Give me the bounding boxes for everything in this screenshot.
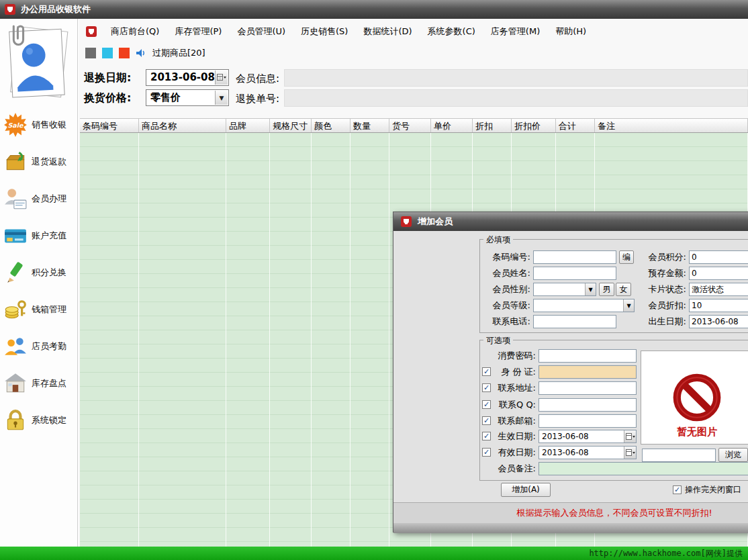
sidebar-item-label: 积分兑换 xyxy=(32,267,66,279)
level-dropdown-button[interactable]: ▼ xyxy=(623,299,634,312)
sidebar-item-cashbox-manage[interactable]: 钱箱管理 xyxy=(0,291,77,328)
menu-logo-icon xyxy=(85,26,97,38)
member-name-input[interactable] xyxy=(533,267,616,280)
dialog-hint-strip: 根据提示输入会员信息，不同会员可设置不同折扣! xyxy=(393,502,748,523)
col-header-item-no[interactable]: 货号 xyxy=(389,119,431,132)
add-member-button[interactable]: 增加(A) xyxy=(501,483,551,497)
gender-combobox[interactable]: ▼ xyxy=(533,283,596,296)
col-header-color[interactable]: 颜色 xyxy=(312,119,350,132)
menu-sales-history[interactable]: 历史销售(S) xyxy=(299,24,350,39)
col-header-remark[interactable]: 备注 xyxy=(595,119,748,132)
col-header-total[interactable]: 合计 xyxy=(556,119,595,132)
browse-button[interactable]: 浏览 xyxy=(718,448,748,462)
sidebar-item-staff-attendance[interactable]: 店员考勤 xyxy=(0,328,77,365)
close-after-label: 操作完关闭窗口 xyxy=(685,484,741,496)
sidebar-item-member-service[interactable]: 会员办理 xyxy=(0,180,77,217)
sidebar-item-label: 退货返款 xyxy=(32,156,66,168)
prestore-label: 预存金额: xyxy=(638,267,686,280)
menu-statistics[interactable]: 数据统计(D) xyxy=(361,24,414,39)
col-header-barcode[interactable]: 条码编号 xyxy=(80,119,139,132)
combo-dropdown-button[interactable]: ▼ xyxy=(215,91,228,105)
card-status-label: 卡片状态: xyxy=(638,283,686,296)
member-card-icon xyxy=(3,187,28,211)
menu-store-front[interactable]: 商店前台(Q) xyxy=(109,24,161,39)
sidebar-item-return-refund[interactable]: 退货返款 xyxy=(0,143,77,180)
return-order-label: 退换单号: xyxy=(236,93,279,105)
female-button[interactable]: 女 xyxy=(616,283,631,296)
window-titlebar[interactable]: 办公用品收银软件 xyxy=(0,0,748,19)
sidebar-item-inventory-check[interactable]: 库存盘点 xyxy=(0,365,77,402)
sidebar: Sale 销售收银 退货返款 xyxy=(0,19,78,547)
sidebar-item-points-exchange[interactable]: 积分兑换 xyxy=(0,254,77,291)
pencil-icon xyxy=(3,261,28,285)
birth-date-label: 出生日期: xyxy=(638,315,686,328)
qq-input[interactable] xyxy=(539,398,637,412)
member-remark-input[interactable] xyxy=(539,462,748,475)
birth-date-input[interactable] xyxy=(689,315,748,328)
statusbar: http://www.hackhome.com[网侠]提供 xyxy=(0,547,748,560)
valid-date-picker[interactable]: 2013-06-08 xyxy=(539,446,637,459)
edit-barcode-button[interactable]: 编 xyxy=(619,250,634,264)
required-legend: 必填项 xyxy=(483,234,513,246)
menu-members[interactable]: 会员管理(U) xyxy=(235,24,287,39)
return-box-icon xyxy=(3,150,28,174)
id-number-input[interactable] xyxy=(539,365,637,379)
close-after-option: 操作完关闭窗口 xyxy=(673,484,741,496)
col-header-product-name[interactable]: 商品名称 xyxy=(139,119,226,132)
skin-swatch-cyan[interactable] xyxy=(102,48,113,58)
col-header-unit-price[interactable]: 单价 xyxy=(431,119,473,132)
menu-store-manage[interactable]: 店务管理(M) xyxy=(489,24,542,39)
col-header-spec[interactable]: 规格尺寸 xyxy=(270,119,312,132)
male-button[interactable]: 男 xyxy=(599,283,614,296)
sidebar-item-sales-cashier[interactable]: Sale 销售收银 xyxy=(0,106,77,143)
card-status-input[interactable] xyxy=(689,283,748,296)
member-info-display xyxy=(284,69,748,87)
col-header-discount[interactable]: 折扣 xyxy=(473,119,512,132)
skin-swatch-gray[interactable] xyxy=(85,48,96,58)
sidebar-item-account-recharge[interactable]: 账户充值 xyxy=(0,217,77,254)
menu-inventory[interactable]: 库存管理(P) xyxy=(173,24,224,39)
points-input[interactable] xyxy=(689,250,748,264)
close-after-checkbox[interactable] xyxy=(673,485,682,494)
sidebar-item-label: 账户充值 xyxy=(32,230,66,242)
skin-swatch-red[interactable] xyxy=(119,48,130,58)
col-header-discount-price[interactable]: 折扣价 xyxy=(512,119,556,132)
member-level-combobox[interactable]: ▼ xyxy=(533,299,635,312)
col-header-qty[interactable]: 数量 xyxy=(350,119,389,132)
menu-system-params[interactable]: 系统参数(C) xyxy=(426,24,477,39)
add-member-dialog: 增加会员 必填项 条码编号: 编 会员积分: 会员姓名: 预存金额: 会员性别:… xyxy=(393,212,748,532)
menu-help[interactable]: 帮助(H) xyxy=(553,24,588,39)
dialog-titlebar[interactable]: 增加会员 xyxy=(393,212,748,231)
dialog-bottom-band xyxy=(393,523,748,533)
email-label: 联系邮箱: xyxy=(487,414,536,428)
valid-calendar-button[interactable] xyxy=(624,447,636,459)
dialog-title: 增加会员 xyxy=(418,216,453,228)
barcode-input[interactable] xyxy=(533,250,616,264)
phone-input[interactable] xyxy=(533,315,616,328)
photo-path-input[interactable] xyxy=(642,449,716,462)
col-header-brand[interactable]: 品牌 xyxy=(226,119,270,132)
effective-calendar-button[interactable] xyxy=(624,430,636,442)
window-title: 办公用品收银软件 xyxy=(21,3,91,15)
valid-date-label: 有效日期: xyxy=(487,446,536,459)
effective-date-picker[interactable]: 2013-06-08 xyxy=(539,430,637,443)
password-input[interactable] xyxy=(539,349,637,363)
address-input[interactable] xyxy=(539,381,637,395)
warehouse-icon xyxy=(3,371,28,395)
member-discount-input[interactable] xyxy=(689,299,748,312)
no-image-icon xyxy=(669,370,724,425)
coins-key-icon xyxy=(3,297,28,322)
exchange-price-combobox[interactable]: 零售价 ▼ xyxy=(146,89,229,106)
gender-dropdown-button[interactable]: ▼ xyxy=(585,283,596,295)
valid-date-value: 2013-06-08 xyxy=(542,448,589,457)
clipboard-person-icon xyxy=(3,21,74,105)
return-date-picker[interactable]: 2013-06-08 xyxy=(146,69,229,86)
phone-label: 联系电话: xyxy=(479,315,530,328)
expired-goods-alert[interactable]: 过期商品[20] xyxy=(152,47,205,59)
calendar-dropdown-button[interactable] xyxy=(215,71,228,85)
exchange-price-value: 零售价 xyxy=(150,91,181,104)
sidebar-item-system-lock[interactable]: 系统锁定 xyxy=(0,402,77,438)
email-input[interactable] xyxy=(539,414,637,428)
prestore-input[interactable] xyxy=(689,267,748,280)
sale-icon: Sale xyxy=(3,113,28,137)
